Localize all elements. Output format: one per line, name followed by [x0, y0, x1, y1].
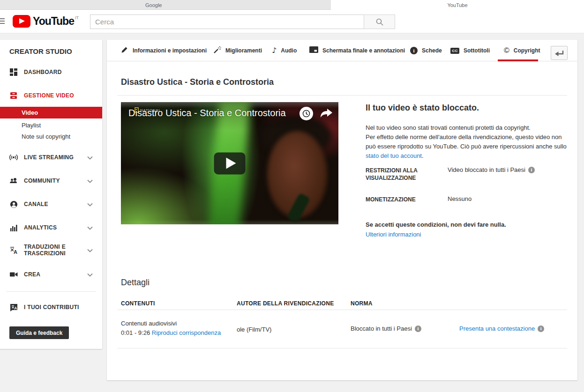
- sidebar-item-label: GESTIONE VIDEO: [24, 92, 74, 99]
- sidebar-divider: [6, 291, 96, 292]
- help-feedback-button[interactable]: Guida e feedback: [9, 326, 69, 339]
- magic-wand-icon: [213, 46, 221, 56]
- tab-miglioramenti[interactable]: Miglioramenti: [213, 40, 262, 61]
- youtube-logo[interactable]: YouTube IT: [13, 15, 79, 28]
- sidebar-item-label: ANALYTICS: [24, 224, 57, 231]
- video-manager-icon: [9, 92, 18, 99]
- svg-text:A: A: [14, 305, 17, 310]
- dashboard-icon: [9, 68, 18, 76]
- info-icon[interactable]: i: [538, 325, 544, 332]
- copyright-status-panel: Il tuo video è stato bloccato. Nel tuo v…: [366, 102, 571, 161]
- monetization-value: Nessuno: [448, 195, 472, 202]
- dispute-link[interactable]: Presenta una contestazione: [459, 325, 535, 332]
- search-form: [90, 15, 395, 29]
- tab-label: Audio: [281, 47, 297, 54]
- tab-audio[interactable]: ♪ Audio: [272, 40, 297, 61]
- youtube-header: YouTube IT: [0, 10, 584, 33]
- broadcast-icon: [9, 154, 18, 161]
- sidebar-item-live-streaming[interactable]: LIVE STREAMING: [0, 152, 102, 163]
- sidebar-item-dashboard[interactable]: DASHBOARD: [0, 67, 102, 78]
- account-status-link[interactable]: stato del tuo account: [366, 152, 422, 159]
- play-match-link[interactable]: Riproduci corrispondenza: [152, 329, 221, 336]
- tab-schede[interactable]: i Schede: [410, 40, 442, 61]
- chevron-down-icon: [87, 153, 93, 162]
- sidebar-subitem-note-copyright[interactable]: Note sul copyright: [0, 131, 102, 142]
- main-content: Informazioni e impostazioni Migliorament…: [107, 40, 577, 380]
- col-header-norma: NORMA: [351, 300, 373, 307]
- player-actions: [299, 107, 333, 120]
- details-heading: Dettagli: [121, 278, 150, 288]
- search-icon: [375, 18, 384, 26]
- sidebar-item-canale[interactable]: CANALE: [0, 199, 102, 210]
- monetization-label: MONETIZZAZIONE: [366, 196, 446, 203]
- watch-later-button[interactable]: [299, 107, 313, 120]
- chevron-down-icon: [87, 177, 93, 185]
- search-button[interactable]: [364, 15, 395, 29]
- page-title: Disastro Ustica - Storia e Controstoria: [121, 77, 274, 87]
- tab-label: Copyright: [514, 47, 540, 54]
- more-info-link[interactable]: Ulteriori informazioni: [366, 231, 421, 238]
- sidebar-item-label: COMMUNITY: [24, 178, 60, 184]
- cc-icon: CC: [450, 48, 459, 54]
- video-camera-icon: [9, 271, 18, 278]
- accept-note: Se accetti queste condizioni, non devi f…: [366, 221, 571, 228]
- table-row-dispute-cell: Presenta una contestazione i: [459, 325, 544, 332]
- browser-tab-strip: Google YouTube: [0, 0, 584, 10]
- play-button[interactable]: [214, 152, 246, 174]
- sidebar-item-community[interactable]: COMMUNITY: [0, 175, 102, 186]
- hamburger-menu-icon[interactable]: [0, 18, 5, 25]
- bar-chart-icon: [9, 224, 18, 231]
- video-player[interactable]: NATIONAL Disastro Ustica - Storia e Cont…: [121, 102, 338, 224]
- table-row-content-cell: Contenuti audiovisivi 0:01 - 9:26 Riprod…: [121, 319, 221, 338]
- tab-label: Informazioni e impostazioni: [133, 47, 207, 54]
- chevron-down-icon: [87, 246, 93, 254]
- tab-label: Schermata finale e annotazioni: [322, 47, 405, 54]
- translate-icon: A: [9, 246, 18, 254]
- sidebar-item-gestione-video[interactable]: GESTIONE VIDEO: [0, 90, 102, 101]
- tab-label: Miglioramenti: [225, 47, 262, 54]
- status-heading: Il tuo video è stato bloccato.: [366, 103, 571, 113]
- youtube-region-label: IT: [75, 15, 79, 20]
- search-input[interactable]: [90, 15, 364, 29]
- restrictions-label: RESTRIZIONI ALLA VISUALIZZAZIONE: [366, 167, 446, 182]
- tab-copyright-active[interactable]: © Copyright: [504, 40, 540, 61]
- sidebar-item-contributi[interactable]: A I TUOI CONTRIBUTI: [0, 302, 102, 313]
- sidebar-item-label: LIVE STREAMING: [24, 154, 74, 161]
- sidebar-item-label: DASHBOARD: [24, 69, 62, 75]
- browser-tab-youtube[interactable]: YouTube: [331, 0, 584, 10]
- restrictions-row: RESTRIZIONI ALLA VISUALIZZAZIONE Video b…: [366, 167, 571, 182]
- copyright-icon: ©: [504, 47, 509, 54]
- tab-informazioni[interactable]: Informazioni e impostazioni: [121, 40, 207, 61]
- share-arrow-icon: [320, 107, 333, 118]
- youtube-logo-text: YouTube: [33, 15, 74, 28]
- info-icon[interactable]: i: [415, 325, 421, 332]
- col-header-contenuti: CONTENUTI: [121, 300, 155, 307]
- info-icon[interactable]: i: [528, 167, 535, 173]
- sidebar-item-label: TRADUZIONI E TRASCRIZIONI: [24, 244, 75, 257]
- back-arrow-icon: [554, 49, 564, 57]
- divider: [117, 95, 567, 96]
- sidebar-item-crea[interactable]: CREA: [0, 269, 102, 280]
- sidebar: CREATOR STUDIO DASHBOARD GESTIONE VIDEO …: [0, 40, 102, 349]
- tab-label: Schede: [422, 47, 442, 54]
- divider: [117, 348, 567, 348]
- sidebar-item-analytics[interactable]: ANALYTICS: [0, 222, 102, 233]
- tab-schermata-finale[interactable]: Schermata finale e annotazioni: [309, 40, 405, 61]
- player-video-title[interactable]: Disastro Ustica - Storia e Controstoria: [128, 108, 286, 118]
- tab-sottotitoli[interactable]: CC Sottotitoli: [450, 40, 490, 61]
- sidebar-subitem-video[interactable]: Video: [0, 107, 102, 118]
- sidebar-item-traduzioni[interactable]: A TRADUZIONI E TRASCRIZIONI: [0, 242, 102, 258]
- clock-icon: [302, 110, 310, 118]
- share-button[interactable]: [320, 107, 333, 120]
- status-line2: Per effetto delle norme dell'autore dell…: [366, 133, 567, 150]
- table-row-policy-cell: Bloccato in tutti i Paesi i: [351, 325, 421, 332]
- restrictions-value: Video bloccato in tutti i Paesi: [448, 166, 525, 173]
- status-paragraph: Nel tuo video sono stati trovati contenu…: [366, 123, 570, 161]
- sidebar-subitem-playlist[interactable]: Playlist: [0, 119, 102, 131]
- return-button[interactable]: [551, 46, 568, 60]
- creator-studio-title: CREATOR STUDIO: [9, 47, 72, 55]
- end-screen-icon: [309, 46, 318, 55]
- browser-tab-google[interactable]: Google: [145, 0, 162, 10]
- video-edit-tabbar: Informazioni e impostazioni Migliorament…: [107, 40, 577, 61]
- info-icon: i: [410, 47, 418, 54]
